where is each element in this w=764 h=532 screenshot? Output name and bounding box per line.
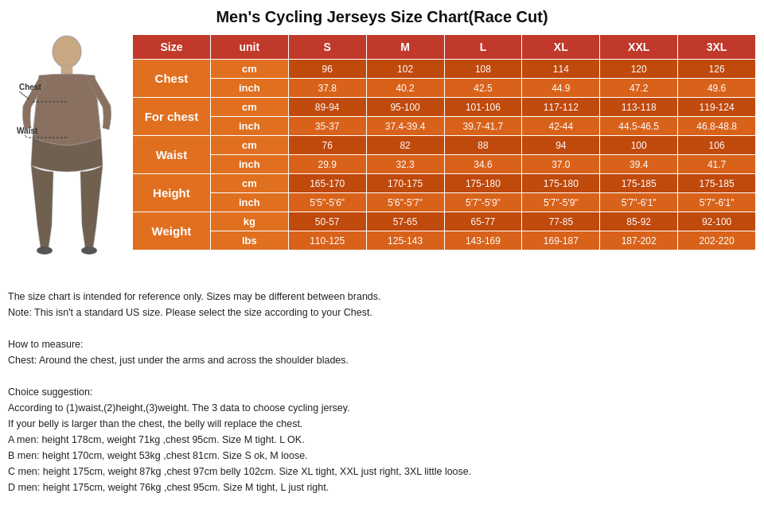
size-table-container: Size unit S M L XL XXL 3XL Chestcm961021…	[132, 34, 756, 250]
data-cell: 126	[678, 60, 756, 79]
data-cell: 169-187	[522, 231, 600, 250]
unit-cell: inch	[210, 193, 288, 212]
data-cell: 82	[366, 136, 444, 155]
data-cell: 44.5-46.5	[600, 117, 678, 136]
data-cell: 113-118	[600, 98, 678, 117]
data-cell: 88	[444, 136, 522, 155]
col-s: S	[288, 35, 366, 60]
note-line6	[8, 368, 756, 384]
data-cell: 175-180	[522, 174, 600, 193]
data-cell: 165-170	[288, 174, 366, 193]
data-cell: 175-180	[444, 174, 522, 193]
note-line2: Note: This isn't a standard US size. Ple…	[8, 305, 756, 320]
col-size: Size	[133, 35, 211, 60]
note-line10: A men: height 178cm, weight 71kg ,chest …	[8, 432, 756, 448]
table-row: inch37.840.242.544.947.249.6	[133, 79, 756, 98]
data-cell: 5'6"-5'7"	[366, 193, 444, 212]
data-cell: 5'5"-5'6"	[288, 193, 366, 212]
data-cell: 39.7-41.7	[444, 117, 522, 136]
note-line13: D men: height 175cm, weight 76kg ,chest …	[8, 480, 756, 495]
data-cell: 5'7"-6'1"	[678, 193, 756, 212]
data-cell: 85-92	[600, 212, 678, 231]
col-xxl: XXL	[600, 35, 678, 60]
unit-cell: cm	[210, 136, 288, 155]
unit-cell: lbs	[210, 231, 288, 250]
table-row: Heightcm165-170170-175175-180175-180175-…	[133, 174, 756, 193]
svg-point-0	[53, 36, 81, 68]
data-cell: 175-185	[678, 174, 756, 193]
data-cell: 125-143	[366, 231, 444, 250]
data-cell: 102	[366, 60, 444, 79]
data-cell: 120	[600, 60, 678, 79]
note-line4: How to measure:	[8, 336, 756, 352]
data-cell: 89-94	[288, 98, 366, 117]
data-cell: 110-125	[288, 231, 366, 250]
note-line7: Choice suggestion:	[8, 384, 756, 400]
data-cell: 175-185	[600, 174, 678, 193]
data-cell: 5'7"-5'9"	[522, 193, 600, 212]
data-cell: 94	[522, 136, 600, 155]
unit-cell: kg	[210, 212, 288, 231]
data-cell: 77-85	[522, 212, 600, 231]
note-line8: According to (1)waist,(2)height,(3)weigh…	[8, 400, 756, 416]
svg-point-2	[37, 247, 53, 254]
note-line3	[8, 320, 756, 336]
unit-cell: inch	[210, 155, 288, 174]
table-row: Waistcm76828894100106	[133, 136, 756, 155]
data-cell: 42.5	[444, 79, 522, 98]
data-cell: 108	[444, 60, 522, 79]
data-cell: 32.3	[366, 155, 444, 174]
data-cell: 46.8-48.8	[678, 117, 756, 136]
data-cell: 187-202	[600, 231, 678, 250]
data-cell: 101-106	[444, 98, 522, 117]
svg-point-3	[81, 247, 97, 254]
data-cell: 37.8	[288, 79, 366, 98]
data-cell: 119-124	[678, 98, 756, 117]
data-cell: 44.9	[522, 79, 600, 98]
notes-section: The size chart is intended for reference…	[8, 289, 756, 495]
data-cell: 5'7"-6'1"	[600, 193, 678, 212]
data-cell: 114	[522, 60, 600, 79]
svg-text:Waist: Waist	[17, 126, 38, 135]
data-cell: 49.6	[678, 79, 756, 98]
data-cell: 50-57	[288, 212, 366, 231]
category-cell: For chest	[133, 98, 211, 136]
col-unit: unit	[210, 35, 288, 60]
table-row: inch5'5"-5'6"5'6"-5'7"5'7"-5'9"5'7"-5'9"…	[133, 193, 756, 212]
data-cell: 95-100	[366, 98, 444, 117]
data-cell: 37.4-39.4	[366, 117, 444, 136]
unit-cell: cm	[210, 60, 288, 79]
category-cell: Chest	[133, 60, 211, 98]
data-cell: 41.7	[678, 155, 756, 174]
col-xl: XL	[522, 35, 600, 60]
col-l: L	[444, 35, 522, 60]
note-line1: The size chart is intended for reference…	[8, 289, 756, 305]
unit-cell: inch	[210, 79, 288, 98]
data-cell: 40.2	[366, 79, 444, 98]
note-line5: Chest: Around the chest, just under the …	[8, 352, 756, 368]
data-cell: 57-65	[366, 212, 444, 231]
note-line11: B men: height 170cm, weight 53kg ,chest …	[8, 448, 756, 464]
size-chart-table: Size unit S M L XL XXL 3XL Chestcm961021…	[132, 34, 756, 250]
note-line12: C men: height 175cm, weight 87kg ,chest …	[8, 464, 756, 480]
svg-line-9	[25, 135, 27, 138]
data-cell: 170-175	[366, 174, 444, 193]
data-cell: 47.2	[600, 79, 678, 98]
data-cell: 65-77	[444, 212, 522, 231]
col-3xl: 3XL	[678, 35, 756, 60]
data-cell: 202-220	[678, 231, 756, 250]
data-cell: 92-100	[678, 212, 756, 231]
table-row: inch35-3737.4-39.439.7-41.742-4444.5-46.…	[133, 117, 756, 136]
svg-text:Chest: Chest	[19, 83, 41, 91]
data-cell: 29.9	[288, 155, 366, 174]
data-cell: 76	[288, 136, 366, 155]
table-row: For chestcm89-9495-100101-106117-112113-…	[133, 98, 756, 117]
table-row: Chestcm96102108114120126	[133, 60, 756, 79]
data-cell: 143-169	[444, 231, 522, 250]
data-cell: 96	[288, 60, 366, 79]
table-header-row: Size unit S M L XL XXL 3XL	[133, 35, 756, 60]
unit-cell: inch	[210, 117, 288, 136]
svg-line-6	[19, 91, 29, 99]
data-cell: 5'7"-5'9"	[444, 193, 522, 212]
data-cell: 117-112	[522, 98, 600, 117]
